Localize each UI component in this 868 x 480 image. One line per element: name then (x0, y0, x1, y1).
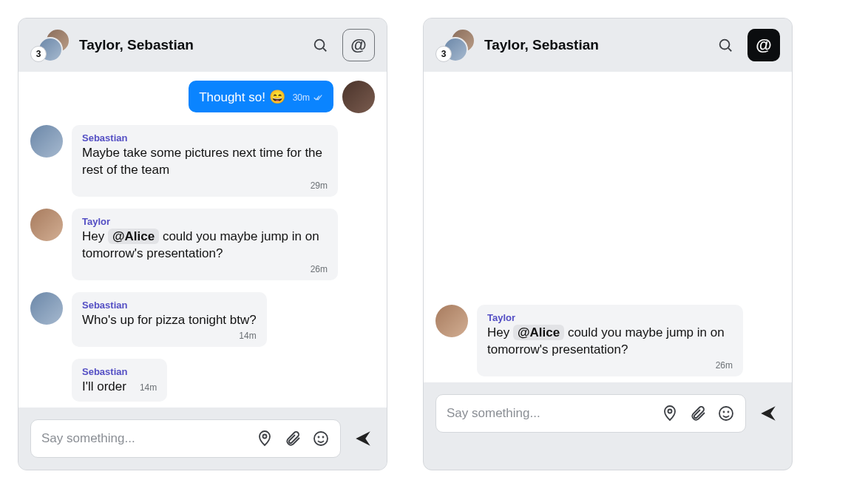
message-text: Who's up for pizza tonight btw? (82, 312, 257, 329)
svg-point-11 (728, 412, 729, 413)
message-time: 26m (487, 360, 733, 371)
message-sender: Taylor (82, 216, 328, 227)
at-icon: @ (350, 37, 366, 53)
svg-point-6 (720, 40, 730, 50)
svg-point-2 (263, 434, 267, 438)
message-row-sent: Thought so! 😄 30m (30, 81, 375, 113)
participant-avatars[interactable]: 3 (30, 28, 70, 62)
mention-chip[interactable]: @Alice (108, 229, 159, 244)
chat-panel-all: 3 Taylor, Sebastian @ Thought so! 😄 30m (18, 18, 387, 470)
svg-point-0 (315, 40, 325, 50)
location-pin-icon (661, 405, 679, 422)
chat-header: 3 Taylor, Sebastian @ (18, 18, 387, 72)
svg-line-7 (728, 48, 731, 51)
message-sender: Sebastian (82, 132, 328, 143)
send-button[interactable] (351, 427, 375, 450)
emoji-button[interactable] (312, 430, 330, 447)
search-button[interactable] (709, 29, 742, 61)
message-time: 14m (140, 382, 157, 393)
composer (424, 382, 792, 444)
svg-point-9 (719, 407, 733, 420)
message-row: Sebastian Who's up for pizza tonight btw… (30, 292, 375, 347)
send-icon (759, 404, 778, 423)
paperclip-icon (284, 430, 302, 447)
location-pin-icon (256, 430, 274, 447)
participant-count-badge: 3 (30, 46, 47, 62)
message-list: Taylor Hey @Alice could you maybe jump i… (424, 72, 792, 382)
avatar (30, 125, 63, 158)
paperclip-icon (689, 405, 707, 422)
composer-input-wrap (30, 419, 341, 458)
svg-point-4 (319, 436, 319, 437)
message-text: I'll order (82, 379, 126, 396)
at-icon: @ (756, 37, 771, 53)
search-button[interactable] (304, 29, 336, 61)
send-icon (353, 429, 373, 448)
svg-point-8 (668, 410, 672, 413)
location-button[interactable] (661, 405, 679, 422)
chat-title: Taylor, Sebastian (79, 37, 295, 53)
participant-avatars[interactable]: 3 (435, 28, 475, 62)
message-text: Hey @Alice could you maybe jump in on to… (487, 325, 733, 359)
message-text: Maybe take some pictures next time for t… (82, 145, 328, 179)
message-sender: Taylor (487, 312, 733, 323)
search-icon (312, 37, 328, 53)
composer (18, 408, 387, 470)
avatar (30, 209, 63, 241)
svg-line-1 (323, 48, 326, 51)
smile-icon (717, 405, 735, 422)
mentions-filter-button[interactable]: @ (342, 29, 375, 61)
message-text: Hey @Alice could you maybe jump in on to… (82, 229, 328, 263)
chat-panel-mentions: 3 Taylor, Sebastian @ Taylor Hey @Alice … (423, 18, 793, 470)
message-bubble[interactable]: Sebastian Who's up for pizza tonight btw… (72, 292, 267, 347)
smile-icon (312, 430, 330, 447)
attach-button[interactable] (689, 405, 707, 422)
message-row: Sebastian Maybe take some pictures next … (30, 125, 375, 197)
message-text: Thought so! (199, 90, 265, 104)
avatar (342, 81, 375, 113)
svg-point-5 (323, 436, 324, 437)
emoji-button[interactable] (717, 405, 735, 422)
mention-chip[interactable]: @Alice (513, 325, 564, 340)
message-input[interactable] (41, 431, 245, 446)
message-input[interactable] (447, 406, 651, 421)
location-button[interactable] (256, 430, 274, 447)
svg-point-10 (724, 412, 725, 413)
message-bubble[interactable]: Taylor Hey @Alice could you maybe jump i… (477, 305, 743, 376)
message-time: 29m (82, 180, 328, 191)
avatar (30, 292, 63, 325)
message-sender: Sebastian (82, 300, 257, 311)
send-button[interactable] (756, 402, 780, 425)
message-bubble[interactable]: Taylor Hey @Alice could you maybe jump i… (72, 209, 338, 280)
chat-header: 3 Taylor, Sebastian @ (424, 18, 792, 72)
emoji-grin-icon: 😄 (269, 89, 285, 104)
message-row: Taylor Hey @Alice could you maybe jump i… (30, 209, 375, 280)
message-list: Thought so! 😄 30m Sebastian Maybe take s… (18, 72, 387, 408)
message-row: Taylor Hey @Alice could you maybe jump i… (435, 305, 780, 376)
attach-button[interactable] (284, 430, 302, 447)
search-icon (717, 37, 733, 53)
message-time: 26m (82, 264, 328, 274)
participant-count-badge: 3 (435, 46, 452, 62)
composer-input-wrap (435, 394, 746, 433)
message-bubble[interactable]: Sebastian Maybe take some pictures next … (72, 125, 338, 197)
avatar (435, 305, 468, 337)
message-bubble[interactable]: Thought so! 😄 30m (189, 81, 333, 112)
message-time: 30m (293, 92, 310, 103)
svg-point-3 (314, 432, 328, 445)
mentions-filter-button-active[interactable]: @ (747, 29, 780, 61)
message-time: 14m (82, 331, 257, 341)
read-receipt-icon (313, 92, 323, 103)
message-row: Sebastian I'll order 14m (30, 359, 375, 402)
chat-title: Taylor, Sebastian (484, 37, 700, 53)
message-bubble[interactable]: Sebastian I'll order 14m (72, 359, 167, 402)
message-sender: Sebastian (82, 366, 157, 377)
